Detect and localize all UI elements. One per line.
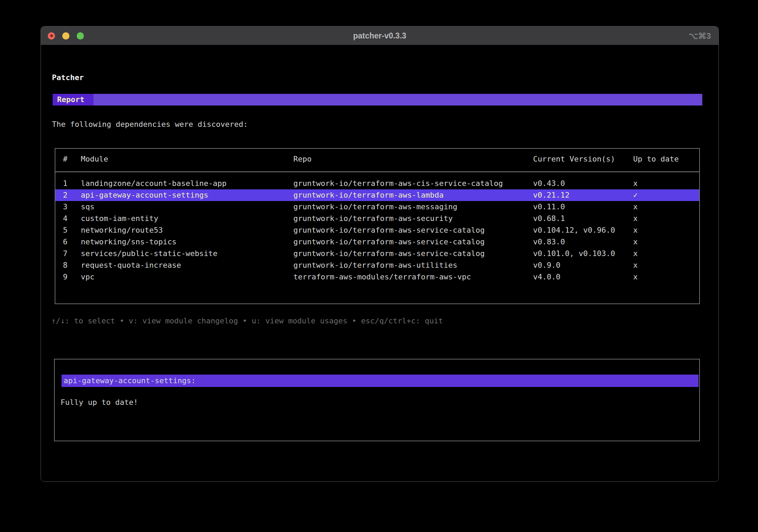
table-row[interactable]: 3 sqs gruntwork-io/terraform-aws-messagi… <box>55 201 699 213</box>
window-shortcut-label: ⌥⌘3 <box>689 26 711 45</box>
row-up-to-date: x <box>633 201 699 213</box>
row-number: 7 <box>63 248 81 259</box>
row-repo: gruntwork-io/terraform-aws-messaging <box>293 201 533 213</box>
row-up-to-date: x <box>633 236 699 248</box>
column-header-up-to-date: Up to date <box>633 153 699 165</box>
table-row[interactable]: 1 landingzone/account-baseline-app grunt… <box>55 178 699 189</box>
table-row[interactable]: 5 networking/route53 gruntwork-io/terraf… <box>55 224 699 236</box>
row-repo: gruntwork-io/terraform-aws-service-catal… <box>293 236 533 248</box>
row-number: 8 <box>63 259 81 271</box>
detail-status-text: Fully up to date! <box>55 397 699 408</box>
row-module: sqs <box>81 201 293 213</box>
tab-report[interactable]: Report <box>53 94 94 106</box>
row-module: api-gateway-account-settings <box>81 189 293 201</box>
row-versions: v0.83.0 <box>533 236 633 248</box>
row-repo: gruntwork-io/terraform-aws-service-catal… <box>293 224 533 236</box>
window-titlebar[interactable]: patcher-v0.3.3 ⌥⌘3 <box>41 26 718 45</box>
dependencies-table: # Module Repo Current Version(s) Up to d… <box>55 148 700 304</box>
row-up-to-date: x <box>633 248 699 259</box>
table-row[interactable]: 7 services/public-static-website gruntwo… <box>55 248 699 259</box>
table-rows: 1 landingzone/account-baseline-app grunt… <box>55 178 699 283</box>
row-module: networking/route53 <box>81 224 293 236</box>
row-up-to-date: x <box>633 213 699 224</box>
row-versions: v0.43.0 <box>533 178 633 189</box>
row-number: 3 <box>63 201 81 213</box>
row-up-to-date: x <box>633 271 699 283</box>
row-versions: v0.68.1 <box>533 213 633 224</box>
row-number: 2 <box>63 189 81 201</box>
row-versions: v0.11.0 <box>533 201 633 213</box>
row-module: vpc <box>81 271 293 283</box>
row-number: 5 <box>63 224 81 236</box>
column-header-num: # <box>63 153 81 165</box>
row-up-to-date: x <box>633 259 699 271</box>
table-row[interactable]: 8 request-quota-increase gruntwork-io/te… <box>55 259 699 271</box>
row-module: networking/sns-topics <box>81 236 293 248</box>
row-repo: gruntwork-io/terraform-aws-cis-service-c… <box>293 178 533 189</box>
keyboard-hints: ↑/↓: to select • v: view module changelo… <box>51 315 443 327</box>
row-versions: v0.21.12 <box>533 189 633 201</box>
column-header-module: Module <box>81 153 293 165</box>
row-repo: gruntwork-io/terraform-aws-security <box>293 213 533 224</box>
row-repo: gruntwork-io/terraform-aws-utilities <box>293 259 533 271</box>
intro-text: The following dependencies were discover… <box>52 119 248 130</box>
module-detail-panel: api-gateway-account-settings: Fully up t… <box>54 359 700 441</box>
row-module: custom-iam-entity <box>81 213 293 224</box>
row-module: request-quota-increase <box>81 259 293 271</box>
row-number: 1 <box>63 178 81 189</box>
table-row[interactable]: 2 api-gateway-account-settings gruntwork… <box>55 189 699 201</box>
row-versions: v0.104.12, v0.96.0 <box>533 224 633 236</box>
report-tab-bar: Report <box>53 94 702 106</box>
column-header-versions: Current Version(s) <box>533 153 633 165</box>
terminal-content: Patcher Report The following dependencie… <box>41 45 718 481</box>
row-repo: gruntwork-io/terraform-aws-service-catal… <box>293 248 533 259</box>
window-title: patcher-v0.3.3 <box>41 26 718 45</box>
detail-header-bar: api-gateway-account-settings: <box>62 375 699 387</box>
column-header-repo: Repo <box>293 153 533 165</box>
table-row[interactable]: 6 networking/sns-topics gruntwork-io/ter… <box>55 236 699 248</box>
app-heading: Patcher <box>52 72 84 84</box>
row-number: 6 <box>63 236 81 248</box>
row-versions: v4.0.0 <box>533 271 633 283</box>
table-header-row: # Module Repo Current Version(s) Up to d… <box>55 153 699 165</box>
table-row[interactable]: 4 custom-iam-entity gruntwork-io/terrafo… <box>55 213 699 224</box>
header-separator <box>55 171 699 172</box>
row-repo: gruntwork-io/terraform-aws-lambda <box>293 189 533 201</box>
row-repo: terraform-aws-modules/terraform-aws-vpc <box>293 271 533 283</box>
table-row[interactable]: 9 vpc terraform-aws-modules/terraform-aw… <box>55 271 699 283</box>
screen: patcher-v0.3.3 ⌥⌘3 Patcher Report The fo… <box>0 0 758 532</box>
row-number: 4 <box>63 213 81 224</box>
row-number: 9 <box>63 271 81 283</box>
row-module: landingzone/account-baseline-app <box>81 178 293 189</box>
row-up-to-date: x <box>633 178 699 189</box>
row-up-to-date: x <box>633 224 699 236</box>
terminal-window: patcher-v0.3.3 ⌥⌘3 Patcher Report The fo… <box>41 26 719 482</box>
row-module: services/public-static-website <box>81 248 293 259</box>
row-versions: v0.9.0 <box>533 259 633 271</box>
row-up-to-date: ✓ <box>633 189 699 201</box>
row-versions: v0.101.0, v0.103.0 <box>533 248 633 259</box>
